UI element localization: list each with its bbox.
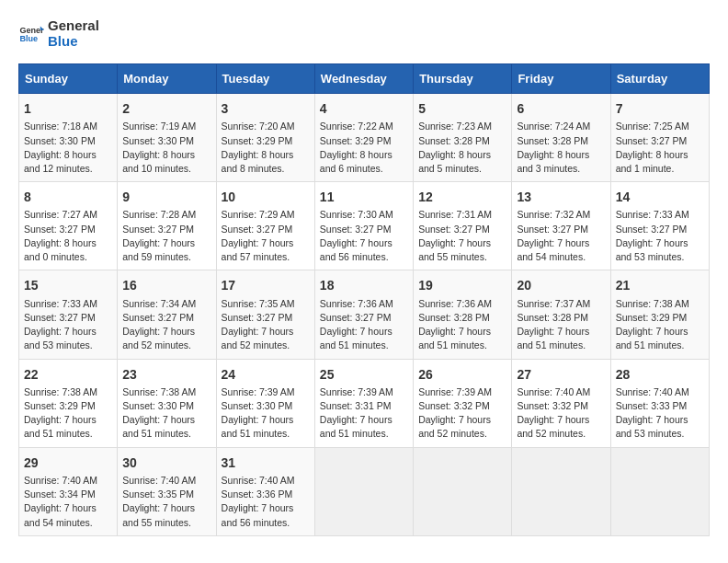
daylight: Daylight: 7 hours and 59 minutes. — [122, 237, 195, 262]
calendar-cell: 7Sunrise: 7:25 AMSunset: 3:27 PMDaylight… — [610, 94, 709, 182]
day-number: 17 — [222, 276, 310, 294]
col-header-tuesday: Tuesday — [216, 64, 314, 94]
sunset: Sunset: 3:27 PM — [24, 312, 96, 323]
daylight: Daylight: 7 hours and 52 minutes. — [122, 326, 195, 350]
calendar-cell — [512, 447, 610, 535]
day-number: 16 — [122, 276, 210, 294]
svg-text:Blue: Blue — [19, 34, 38, 43]
sunrise: Sunrise: 7:18 AM — [24, 121, 97, 132]
daylight: Daylight: 8 hours and 1 minute. — [616, 149, 688, 174]
sunset: Sunset: 3:29 PM — [222, 135, 293, 146]
calendar-cell: 10Sunrise: 7:29 AMSunset: 3:27 PMDayligh… — [216, 182, 314, 270]
sunset: Sunset: 3:32 PM — [517, 400, 588, 411]
daylight: Daylight: 7 hours and 53 minutes. — [24, 326, 97, 350]
daylight: Daylight: 7 hours and 52 minutes. — [517, 414, 589, 439]
day-number: 13 — [517, 188, 605, 206]
calendar-cell: 1Sunrise: 7:18 AMSunset: 3:30 PMDaylight… — [19, 94, 118, 182]
col-header-thursday: Thursday — [414, 64, 512, 94]
day-number: 8 — [24, 188, 112, 206]
sunset: Sunset: 3:30 PM — [122, 400, 194, 411]
day-number: 4 — [320, 99, 408, 118]
week-row-5: 29Sunrise: 7:40 AMSunset: 3:34 PMDayligh… — [19, 447, 710, 535]
sunrise: Sunrise: 7:37 AM — [517, 298, 590, 309]
sunset: Sunset: 3:27 PM — [320, 312, 392, 323]
sunrise: Sunrise: 7:27 AM — [24, 209, 97, 220]
daylight: Daylight: 8 hours and 0 minutes. — [24, 237, 97, 262]
daylight: Daylight: 7 hours and 51 minutes. — [122, 414, 195, 439]
daylight: Daylight: 7 hours and 51 minutes. — [320, 326, 392, 350]
daylight: Daylight: 7 hours and 56 minutes. — [320, 237, 392, 262]
daylight: Daylight: 7 hours and 53 minutes. — [616, 237, 688, 262]
calendar-cell: 8Sunrise: 7:27 AMSunset: 3:27 PMDaylight… — [19, 182, 118, 270]
sunrise: Sunrise: 7:40 AM — [24, 475, 97, 486]
sunset: Sunset: 3:33 PM — [616, 400, 688, 411]
sunset: Sunset: 3:27 PM — [616, 224, 688, 235]
calendar-cell: 25Sunrise: 7:39 AMSunset: 3:31 PMDayligh… — [314, 359, 413, 447]
day-number: 3 — [222, 99, 310, 118]
sunset: Sunset: 3:27 PM — [222, 224, 293, 235]
day-number: 11 — [320, 188, 408, 206]
daylight: Daylight: 7 hours and 51 minutes. — [222, 414, 294, 439]
sunset: Sunset: 3:28 PM — [418, 312, 490, 323]
sunset: Sunset: 3:27 PM — [222, 312, 293, 323]
sunset: Sunset: 3:29 PM — [616, 312, 688, 323]
sunset: Sunset: 3:36 PM — [222, 488, 293, 500]
day-number: 9 — [122, 188, 210, 206]
day-number: 31 — [222, 454, 310, 472]
day-number: 26 — [418, 365, 506, 384]
col-header-friday: Friday — [512, 64, 610, 94]
sunset: Sunset: 3:28 PM — [517, 135, 588, 146]
sunrise: Sunrise: 7:39 AM — [222, 386, 295, 397]
calendar-cell: 17Sunrise: 7:35 AMSunset: 3:27 PMDayligh… — [216, 270, 314, 359]
calendar-cell: 26Sunrise: 7:39 AMSunset: 3:32 PMDayligh… — [414, 359, 512, 447]
daylight: Daylight: 7 hours and 54 minutes. — [24, 502, 97, 527]
sunrise: Sunrise: 7:23 AM — [418, 121, 492, 132]
day-number: 20 — [517, 276, 605, 294]
calendar-cell: 31Sunrise: 7:40 AMSunset: 3:36 PMDayligh… — [216, 447, 314, 535]
daylight: Daylight: 8 hours and 6 minutes. — [320, 149, 392, 174]
sunset: Sunset: 3:27 PM — [616, 135, 688, 146]
calendar-cell: 22Sunrise: 7:38 AMSunset: 3:29 PMDayligh… — [19, 359, 118, 447]
day-number: 1 — [24, 99, 112, 118]
sunrise: Sunrise: 7:38 AM — [24, 386, 97, 397]
day-number: 5 — [418, 99, 506, 118]
sunrise: Sunrise: 7:40 AM — [517, 386, 590, 397]
sunset: Sunset: 3:27 PM — [24, 224, 96, 235]
logo-general: General — [48, 17, 99, 33]
day-number: 19 — [418, 276, 506, 294]
calendar-cell: 15Sunrise: 7:33 AMSunset: 3:27 PMDayligh… — [19, 270, 118, 359]
day-number: 30 — [122, 454, 210, 472]
daylight: Daylight: 7 hours and 51 minutes. — [517, 326, 589, 350]
sunrise: Sunrise: 7:38 AM — [616, 298, 689, 309]
sunrise: Sunrise: 7:38 AM — [122, 386, 196, 397]
daylight: Daylight: 7 hours and 56 minutes. — [222, 502, 294, 527]
day-number: 29 — [24, 454, 112, 472]
calendar-cell — [314, 447, 413, 535]
day-number: 10 — [222, 188, 310, 206]
daylight: Daylight: 7 hours and 54 minutes. — [517, 237, 589, 262]
calendar-cell: 2Sunrise: 7:19 AMSunset: 3:30 PMDaylight… — [118, 94, 216, 182]
day-number: 2 — [122, 99, 210, 118]
calendar-cell: 30Sunrise: 7:40 AMSunset: 3:35 PMDayligh… — [118, 447, 216, 535]
sunrise: Sunrise: 7:30 AM — [320, 209, 393, 220]
sunset: Sunset: 3:30 PM — [222, 400, 293, 411]
sunrise: Sunrise: 7:25 AM — [616, 121, 689, 132]
calendar-cell: 29Sunrise: 7:40 AMSunset: 3:34 PMDayligh… — [19, 447, 118, 535]
calendar-cell: 18Sunrise: 7:36 AMSunset: 3:27 PMDayligh… — [314, 270, 413, 359]
day-number: 25 — [320, 365, 408, 384]
sunset: Sunset: 3:27 PM — [122, 312, 194, 323]
calendar-cell: 3Sunrise: 7:20 AMSunset: 3:29 PMDaylight… — [216, 94, 314, 182]
sunset: Sunset: 3:27 PM — [122, 224, 194, 235]
daylight: Daylight: 7 hours and 55 minutes. — [418, 237, 491, 262]
sunrise: Sunrise: 7:31 AM — [418, 209, 492, 220]
sunset: Sunset: 3:29 PM — [320, 135, 392, 146]
daylight: Daylight: 7 hours and 57 minutes. — [222, 237, 294, 262]
sunrise: Sunrise: 7:36 AM — [320, 298, 393, 309]
daylight: Daylight: 8 hours and 12 minutes. — [24, 149, 97, 174]
sunrise: Sunrise: 7:36 AM — [418, 298, 492, 309]
sunset: Sunset: 3:27 PM — [517, 224, 588, 235]
week-row-3: 15Sunrise: 7:33 AMSunset: 3:27 PMDayligh… — [19, 270, 710, 359]
week-row-1: 1Sunrise: 7:18 AMSunset: 3:30 PMDaylight… — [19, 94, 710, 182]
calendar-cell: 19Sunrise: 7:36 AMSunset: 3:28 PMDayligh… — [414, 270, 512, 359]
logo-icon: General Blue — [18, 21, 44, 47]
